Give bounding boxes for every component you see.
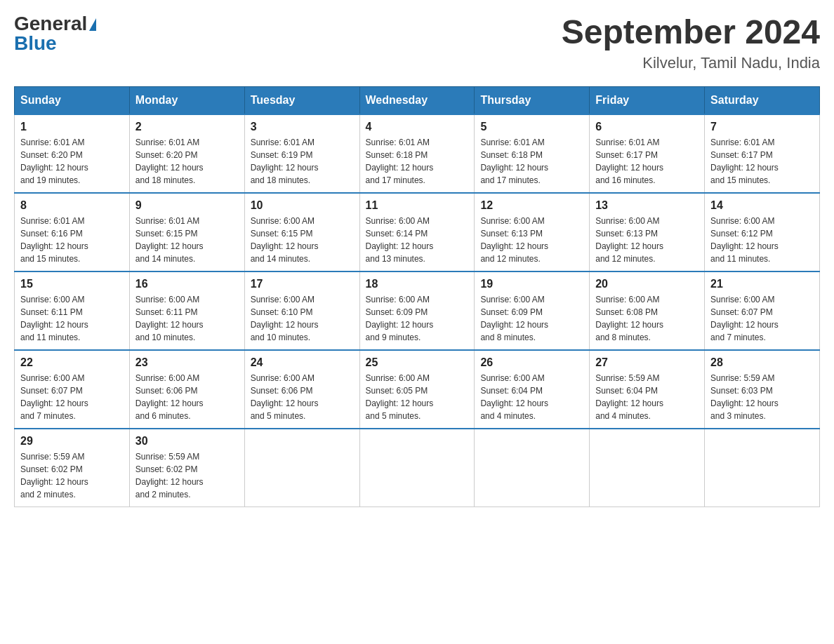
col-wednesday: Wednesday xyxy=(359,86,475,114)
calendar-cell xyxy=(590,429,705,507)
day-info: Sunrise: 6:00 AMSunset: 6:07 PMDaylight:… xyxy=(20,372,124,422)
calendar-cell: 10 Sunrise: 6:00 AMSunset: 6:15 PMDaylig… xyxy=(244,193,359,271)
calendar-cell xyxy=(475,429,590,507)
logo-blue-text: Blue xyxy=(14,32,57,54)
day-number: 20 xyxy=(595,278,699,290)
calendar-cell: 12 Sunrise: 6:00 AMSunset: 6:13 PMDaylig… xyxy=(475,193,590,271)
day-number: 29 xyxy=(20,435,124,448)
day-info: Sunrise: 6:01 AMSunset: 6:15 PMDaylight:… xyxy=(135,215,239,265)
day-info: Sunrise: 6:00 AMSunset: 6:11 PMDaylight:… xyxy=(135,293,239,344)
day-number: 10 xyxy=(251,199,354,212)
calendar-cell: 14 Sunrise: 6:00 AMSunset: 6:12 PMDaylig… xyxy=(705,193,820,271)
week-row-4: 22 Sunrise: 6:00 AMSunset: 6:07 PMDaylig… xyxy=(15,350,820,429)
day-info: Sunrise: 6:01 AMSunset: 6:16 PMDaylight:… xyxy=(20,215,124,265)
day-number: 9 xyxy=(135,199,239,212)
day-info: Sunrise: 6:00 AMSunset: 6:12 PMDaylight:… xyxy=(710,215,814,265)
day-info: Sunrise: 5:59 AMSunset: 6:04 PMDaylight:… xyxy=(595,372,699,422)
day-info: Sunrise: 6:01 AMSunset: 6:18 PMDaylight:… xyxy=(366,136,469,187)
calendar-cell: 29 Sunrise: 5:59 AMSunset: 6:02 PMDaylig… xyxy=(15,429,130,507)
day-info: Sunrise: 6:00 AMSunset: 6:13 PMDaylight:… xyxy=(480,215,583,265)
calendar-cell: 28 Sunrise: 5:59 AMSunset: 6:03 PMDaylig… xyxy=(705,350,820,429)
day-info: Sunrise: 6:01 AMSunset: 6:20 PMDaylight:… xyxy=(135,136,239,187)
calendar-cell: 7 Sunrise: 6:01 AMSunset: 6:17 PMDayligh… xyxy=(705,114,820,193)
calendar-cell: 21 Sunrise: 6:00 AMSunset: 6:07 PMDaylig… xyxy=(705,271,820,350)
day-number: 30 xyxy=(135,435,239,448)
calendar-header-row: Sunday Monday Tuesday Wednesday Thursday… xyxy=(15,86,820,114)
day-info: Sunrise: 6:00 AMSunset: 6:15 PMDaylight:… xyxy=(251,215,354,265)
calendar-cell: 16 Sunrise: 6:00 AMSunset: 6:11 PMDaylig… xyxy=(129,271,244,350)
calendar-cell: 19 Sunrise: 6:00 AMSunset: 6:09 PMDaylig… xyxy=(475,271,590,350)
day-number: 7 xyxy=(710,121,814,133)
col-saturday: Saturday xyxy=(705,86,820,114)
logo-general-text: General xyxy=(14,13,87,34)
logo-triangle-icon xyxy=(89,18,96,31)
day-number: 23 xyxy=(135,356,239,369)
calendar-cell: 23 Sunrise: 6:00 AMSunset: 6:06 PMDaylig… xyxy=(129,350,244,429)
day-number: 3 xyxy=(251,121,354,133)
title-section: September 2024 Kilvelur, Tamil Nadu, Ind… xyxy=(562,14,820,72)
calendar-cell xyxy=(359,429,475,507)
logo: General Blue xyxy=(14,14,96,53)
week-row-5: 29 Sunrise: 5:59 AMSunset: 6:02 PMDaylig… xyxy=(15,429,820,507)
day-number: 21 xyxy=(710,278,814,290)
calendar-cell xyxy=(244,429,359,507)
day-number: 28 xyxy=(710,356,814,369)
col-friday: Friday xyxy=(590,86,705,114)
day-number: 8 xyxy=(20,199,124,212)
day-info: Sunrise: 6:00 AMSunset: 6:04 PMDaylight:… xyxy=(480,372,583,422)
calendar-cell xyxy=(705,429,820,507)
calendar-subtitle: Kilvelur, Tamil Nadu, India xyxy=(562,54,820,72)
calendar-cell: 17 Sunrise: 6:00 AMSunset: 6:10 PMDaylig… xyxy=(244,271,359,350)
day-number: 27 xyxy=(595,356,699,369)
day-info: Sunrise: 5:59 AMSunset: 6:02 PMDaylight:… xyxy=(20,450,124,501)
day-number: 24 xyxy=(251,356,354,369)
day-info: Sunrise: 6:00 AMSunset: 6:09 PMDaylight:… xyxy=(366,293,469,344)
col-sunday: Sunday xyxy=(15,86,130,114)
calendar-cell: 2 Sunrise: 6:01 AMSunset: 6:20 PMDayligh… xyxy=(129,114,244,193)
day-info: Sunrise: 6:00 AMSunset: 6:11 PMDaylight:… xyxy=(20,293,124,344)
day-info: Sunrise: 6:00 AMSunset: 6:13 PMDaylight:… xyxy=(595,215,699,265)
day-info: Sunrise: 6:00 AMSunset: 6:10 PMDaylight:… xyxy=(251,293,354,344)
day-number: 14 xyxy=(710,199,814,212)
day-info: Sunrise: 6:01 AMSunset: 6:20 PMDaylight:… xyxy=(20,136,124,187)
calendar-table: Sunday Monday Tuesday Wednesday Thursday… xyxy=(14,86,820,507)
day-number: 22 xyxy=(20,356,124,369)
day-number: 12 xyxy=(480,199,583,212)
day-info: Sunrise: 6:00 AMSunset: 6:08 PMDaylight:… xyxy=(595,293,699,344)
week-row-2: 8 Sunrise: 6:01 AMSunset: 6:16 PMDayligh… xyxy=(15,193,820,271)
day-info: Sunrise: 6:01 AMSunset: 6:18 PMDaylight:… xyxy=(480,136,583,187)
calendar-cell: 1 Sunrise: 6:01 AMSunset: 6:20 PMDayligh… xyxy=(15,114,130,193)
calendar-cell: 5 Sunrise: 6:01 AMSunset: 6:18 PMDayligh… xyxy=(475,114,590,193)
day-number: 1 xyxy=(20,121,124,133)
week-row-1: 1 Sunrise: 6:01 AMSunset: 6:20 PMDayligh… xyxy=(15,114,820,193)
day-number: 5 xyxy=(480,121,583,133)
calendar-title: September 2024 xyxy=(562,14,820,51)
col-thursday: Thursday xyxy=(475,86,590,114)
day-info: Sunrise: 6:01 AMSunset: 6:17 PMDaylight:… xyxy=(710,136,814,187)
calendar-cell: 6 Sunrise: 6:01 AMSunset: 6:17 PMDayligh… xyxy=(590,114,705,193)
day-info: Sunrise: 6:00 AMSunset: 6:06 PMDaylight:… xyxy=(135,372,239,422)
calendar-cell: 27 Sunrise: 5:59 AMSunset: 6:04 PMDaylig… xyxy=(590,350,705,429)
day-info: Sunrise: 6:00 AMSunset: 6:09 PMDaylight:… xyxy=(480,293,583,344)
day-number: 18 xyxy=(366,278,469,290)
calendar-cell: 24 Sunrise: 6:00 AMSunset: 6:06 PMDaylig… xyxy=(244,350,359,429)
calendar-cell: 18 Sunrise: 6:00 AMSunset: 6:09 PMDaylig… xyxy=(359,271,475,350)
page-header: General Blue September 2024 Kilvelur, Ta… xyxy=(14,14,820,72)
day-number: 17 xyxy=(251,278,354,290)
day-number: 4 xyxy=(366,121,469,133)
day-number: 11 xyxy=(366,199,469,212)
col-monday: Monday xyxy=(129,86,244,114)
calendar-cell: 22 Sunrise: 6:00 AMSunset: 6:07 PMDaylig… xyxy=(15,350,130,429)
day-info: Sunrise: 6:00 AMSunset: 6:06 PMDaylight:… xyxy=(251,372,354,422)
calendar-cell: 25 Sunrise: 6:00 AMSunset: 6:05 PMDaylig… xyxy=(359,350,475,429)
calendar-cell: 26 Sunrise: 6:00 AMSunset: 6:04 PMDaylig… xyxy=(475,350,590,429)
logo-top: General xyxy=(14,14,96,34)
calendar-cell: 4 Sunrise: 6:01 AMSunset: 6:18 PMDayligh… xyxy=(359,114,475,193)
calendar-cell: 30 Sunrise: 5:59 AMSunset: 6:02 PMDaylig… xyxy=(129,429,244,507)
day-info: Sunrise: 6:00 AMSunset: 6:07 PMDaylight:… xyxy=(710,293,814,344)
calendar-cell: 13 Sunrise: 6:00 AMSunset: 6:13 PMDaylig… xyxy=(590,193,705,271)
day-info: Sunrise: 6:01 AMSunset: 6:17 PMDaylight:… xyxy=(595,136,699,187)
day-info: Sunrise: 5:59 AMSunset: 6:03 PMDaylight:… xyxy=(710,372,814,422)
calendar-cell: 11 Sunrise: 6:00 AMSunset: 6:14 PMDaylig… xyxy=(359,193,475,271)
day-number: 19 xyxy=(480,278,583,290)
